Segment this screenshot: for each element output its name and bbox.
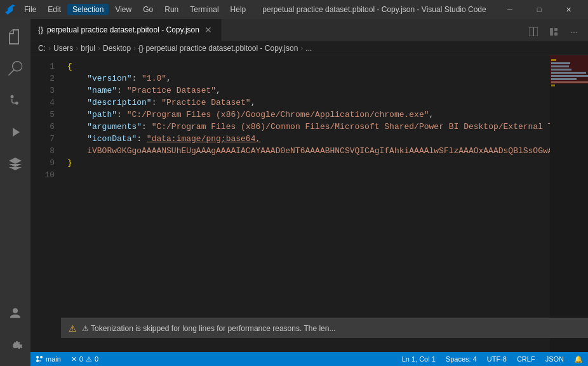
menu-help[interactable]: Help	[225, 4, 251, 15]
warning-icon: ⚠	[69, 323, 77, 334]
warning-icon-status: ⚠	[86, 355, 92, 363]
code-content[interactable]: { "version": "1.0", "name": "Practice Da…	[62, 55, 550, 352]
activity-extensions[interactable]	[0, 149, 30, 179]
activity-settings[interactable]	[0, 330, 30, 361]
window-controls: ─ □ ✕	[495, 0, 583, 19]
error-count: 0	[79, 355, 83, 363]
active-tab[interactable]: {} perpetual practice dataset.pbitool - …	[30, 19, 222, 41]
activity-run-debug[interactable]	[0, 117, 30, 147]
status-line-ending[interactable]: CRLF	[512, 352, 540, 366]
tab-actions: ···	[525, 23, 588, 41]
breadcrumb-c[interactable]: C:	[38, 44, 46, 53]
svg-point-3	[36, 356, 39, 358]
more-actions-button[interactable]: ···	[565, 23, 583, 41]
title-bar: File Edit Selection View Go Run Terminal…	[0, 0, 588, 19]
svg-rect-0	[550, 28, 553, 36]
breadcrumb: C: › Users › brjul › Desktop › {} perpet…	[30, 41, 588, 55]
menu-selection[interactable]: Selection	[67, 4, 109, 15]
minimize-button[interactable]: ─	[495, 0, 525, 19]
tab-icon: {}	[38, 25, 43, 34]
menu-file[interactable]: File	[19, 4, 41, 15]
menu-bar: File Edit Selection View Go Run Terminal…	[19, 4, 253, 15]
menu-go[interactable]: Go	[138, 4, 158, 15]
activity-source-control[interactable]	[0, 85, 30, 116]
activity-account[interactable]	[0, 299, 30, 329]
notification-bar: ⚠ ⚠ Tokenization is skipped for long lin…	[61, 318, 588, 338]
activity-bar	[0, 19, 30, 366]
split-editor-button[interactable]	[525, 23, 542, 41]
status-language[interactable]: JSON	[540, 352, 569, 366]
breadcrumb-users[interactable]: Users	[53, 44, 73, 53]
minimap	[550, 55, 588, 352]
breadcrumb-brjul[interactable]: brjul	[81, 44, 95, 53]
close-button[interactable]: ✕	[554, 0, 583, 19]
line-numbers: 1 2 3 4 5 6 7 8 9 10	[30, 55, 62, 352]
svg-rect-2	[554, 32, 558, 36]
status-errors[interactable]: ✕ 0 ⚠ 0	[66, 352, 104, 366]
status-bar: main ✕ 0 ⚠ 0 Ln 1, Col 1 Spaces: 4 UTF-8…	[30, 352, 588, 366]
main-layout: {} perpetual practice dataset.pbitool - …	[0, 19, 588, 366]
breadcrumb-file[interactable]: {} perpetual practice dataset.pbitool - …	[138, 44, 298, 53]
breadcrumb-desktop[interactable]: Desktop	[103, 44, 131, 53]
notification-text: ⚠ Tokenization is skipped for long lines…	[82, 324, 335, 333]
warning-count: 0	[95, 355, 98, 363]
window-title: perpetual practice dataset.pbitool - Cop…	[257, 5, 491, 14]
tab-close-button[interactable]: ✕	[203, 25, 213, 35]
code-area: 1 2 3 4 5 6 7 8 9 10 { "version": "1.0",…	[30, 55, 588, 352]
status-branch[interactable]: main	[30, 352, 66, 366]
app-icon	[5, 4, 15, 15]
menu-terminal[interactable]: Terminal	[185, 4, 224, 15]
editor-layout-button[interactable]	[545, 23, 563, 41]
status-left: main ✕ 0 ⚠ 0	[30, 352, 104, 366]
tab-label: perpetual practice dataset.pbitool - Cop…	[47, 25, 199, 34]
activity-bottom	[0, 299, 30, 366]
svg-rect-1	[554, 28, 558, 31]
status-position[interactable]: Ln 1, Col 1	[397, 352, 441, 366]
status-notifications[interactable]: 🔔	[569, 352, 588, 366]
status-encoding[interactable]: UTF-8	[482, 352, 512, 366]
menu-edit[interactable]: Edit	[43, 4, 66, 15]
svg-point-4	[40, 356, 43, 358]
menu-run[interactable]: Run	[159, 4, 184, 15]
maximize-button[interactable]: □	[525, 0, 554, 19]
editor-area: {} perpetual practice dataset.pbitool - …	[30, 19, 588, 366]
activity-search[interactable]	[0, 53, 30, 84]
status-right: Ln 1, Col 1 Spaces: 4 UTF-8 CRLF JSON 🔔	[397, 352, 588, 366]
status-spaces[interactable]: Spaces: 4	[441, 352, 482, 366]
menu-view[interactable]: View	[110, 4, 137, 15]
activity-explorer[interactable]	[0, 22, 30, 52]
branch-name: main	[46, 355, 61, 363]
tab-bar: {} perpetual practice dataset.pbitool - …	[30, 19, 588, 41]
error-icon: ✕	[71, 355, 77, 363]
breadcrumb-ellipsis[interactable]: ...	[305, 44, 312, 53]
